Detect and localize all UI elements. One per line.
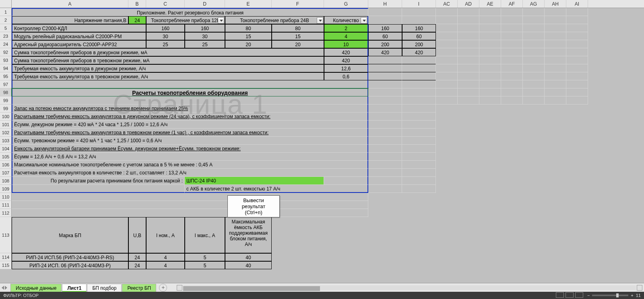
row-header[interactable]: 103 (0, 137, 12, 145)
col-AG[interactable]: AG (523, 0, 545, 8)
tab-prev-icon[interactable] (2, 286, 4, 290)
row-header[interactable]: 100 (0, 113, 12, 121)
item-qty[interactable]: 2 (324, 24, 368, 32)
cell (545, 16, 566, 24)
cell (523, 72, 545, 80)
row-header[interactable]: 107 (0, 169, 12, 177)
filter-dropdown-icon[interactable] (218, 17, 224, 24)
row-header[interactable]: 24 (0, 40, 12, 48)
view-normal-icon[interactable] (556, 292, 564, 298)
col-E[interactable]: E (225, 0, 272, 8)
row-header[interactable]: 105 (0, 153, 12, 161)
result-label: По результатам расчета принимаем блок пи… (12, 177, 185, 185)
zoom-out-icon[interactable]: − (587, 293, 590, 298)
col-I[interactable]: I (402, 0, 436, 8)
row-header[interactable]: 93 (0, 56, 12, 64)
row-header[interactable]: 94 (0, 64, 12, 72)
row-header[interactable]: 104 (0, 145, 12, 153)
cell (501, 48, 523, 56)
row-header[interactable]: 99 (0, 96, 12, 104)
row-header[interactable]: 98 (0, 88, 12, 96)
cell (368, 129, 402, 137)
cell (436, 96, 458, 104)
col-AC[interactable]: AC (436, 0, 458, 8)
row-header[interactable]: 109 (0, 185, 12, 193)
zoom-in-icon[interactable]: + (631, 293, 633, 298)
row-header[interactable]: 106 (0, 161, 12, 169)
view-page-layout-icon[interactable] (566, 292, 574, 298)
row-header[interactable]: 112 (0, 209, 12, 217)
cell (368, 88, 402, 96)
hscroll-thumb[interactable] (183, 286, 320, 291)
hscroll-left-icon[interactable] (177, 285, 182, 291)
col-H[interactable]: H (368, 0, 402, 8)
row-header[interactable]: 92 (0, 48, 12, 56)
filter-dropdown-icon[interactable] (317, 17, 323, 24)
bp-col-e: Максимальная ёмкость АКБ поддерживаемая … (225, 217, 272, 253)
cell: 25 (146, 40, 185, 48)
row-header[interactable]: 97 (0, 80, 12, 88)
col-F[interactable]: F (272, 0, 324, 8)
cell (545, 64, 566, 72)
cell (368, 56, 402, 64)
hdr-24v-text: Токопотребление прибора 24В (240, 18, 309, 23)
cell (479, 72, 501, 80)
col-AE[interactable]: AE (479, 0, 501, 8)
select-all-corner[interactable] (0, 0, 12, 8)
cell (436, 8, 458, 16)
sheet-tab[interactable]: БП подбор (87, 284, 122, 292)
col-C[interactable]: C (146, 0, 185, 8)
horizontal-scrollbar[interactable] (183, 285, 636, 291)
col-AD[interactable]: AD (458, 0, 479, 8)
tab-nav[interactable] (0, 286, 10, 290)
add-sheet-button[interactable]: + (159, 284, 167, 292)
zoom-thumb[interactable] (616, 293, 619, 297)
row-header[interactable]: 102 (0, 129, 12, 137)
row-header[interactable]: 113 (0, 217, 12, 253)
row-header[interactable]: 114 (0, 253, 12, 261)
zoom-control[interactable]: − + 11 (587, 293, 641, 298)
sheet-tab[interactable]: Реестр БП (122, 284, 156, 292)
row-header[interactable]: 23 (0, 32, 12, 40)
col-D[interactable]: D (185, 0, 225, 8)
cell (545, 88, 566, 96)
row-header[interactable]: 99 (0, 104, 12, 113)
row-header[interactable]: 111 (0, 201, 12, 209)
row-header[interactable]: 95 (0, 72, 12, 80)
cell (368, 161, 402, 169)
column-headers: A B C D E F G H I AC AD AE AF AG AH AI (0, 0, 644, 8)
cell (501, 8, 523, 16)
row-header[interactable]: 101 (0, 121, 12, 129)
output-result-button[interactable]: Вывести результат (Ctrl+n) (227, 195, 280, 217)
col-AH[interactable]: AH (545, 0, 566, 8)
voltage-value[interactable]: 24 (128, 16, 146, 24)
row-header[interactable]: 1 (0, 8, 12, 16)
hscroll-track[interactable] (183, 285, 636, 290)
cell (545, 8, 566, 16)
sheet-tab[interactable]: Лист1 (62, 284, 87, 292)
col-AI[interactable]: AI (566, 0, 588, 8)
col-A[interactable]: A (12, 0, 128, 8)
zoom-slider[interactable] (592, 295, 628, 296)
cell (12, 201, 368, 209)
tab-next-icon[interactable] (5, 286, 7, 290)
cell (436, 24, 458, 32)
cell: 60 (368, 32, 402, 40)
item-qty[interactable]: 10 (324, 40, 368, 48)
row-header[interactable]: 2 (0, 16, 12, 24)
hscroll-right-icon[interactable] (637, 285, 642, 291)
worksheet-grid[interactable]: 1 Приложение. Расчет резервного блока пи… (0, 8, 644, 269)
col-G[interactable]: G (324, 0, 368, 8)
row-header[interactable]: 108 (0, 177, 12, 185)
filter-dropdown-icon[interactable] (361, 17, 367, 24)
view-page-break-icon[interactable] (575, 292, 583, 298)
row-header[interactable]: 5 (0, 24, 12, 32)
sum-value: 420 (324, 56, 368, 64)
item-qty[interactable]: 4 (324, 32, 368, 40)
col-AF[interactable]: AF (501, 0, 523, 8)
view-buttons[interactable] (554, 292, 583, 299)
col-B[interactable]: B (128, 0, 146, 8)
row-header[interactable]: 110 (0, 193, 12, 201)
sheet-tab[interactable]: Исходные данные (10, 284, 62, 292)
row-header[interactable]: 115 (0, 261, 12, 269)
